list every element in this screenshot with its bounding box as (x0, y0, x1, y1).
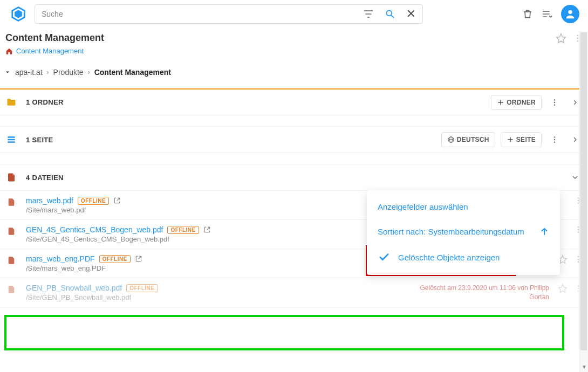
dropdown-item-label: Anzeigefelder auswählen (378, 202, 468, 211)
svg-rect-15 (8, 141, 15, 143)
queue-icon[interactable] (542, 9, 552, 19)
file-icon (5, 172, 17, 183)
svg-rect-13 (8, 136, 15, 138)
offline-badge: OFFLINE (167, 226, 199, 234)
search-icon[interactable] (385, 9, 395, 19)
offline-badge: OFFLINE (99, 255, 131, 263)
svg-point-20 (554, 139, 555, 140)
more-vert-icon[interactable] (547, 98, 562, 107)
title-row: Content Management (0, 28, 588, 46)
favorite-star-icon[interactable] (558, 284, 568, 293)
search-box (35, 4, 423, 24)
add-folder-label: ORDNER (507, 99, 536, 106)
svg-point-12 (554, 104, 555, 105)
home-icon (5, 47, 13, 55)
file-name[interactable]: mars_web_eng.PDF (26, 254, 95, 263)
breadcrumb-link[interactable]: Content Management (16, 47, 84, 55)
file-icon (5, 256, 17, 265)
breadcrumb-toggle-icon[interactable] (4, 69, 11, 75)
open-external-icon[interactable] (113, 197, 121, 204)
svg-point-23 (578, 200, 579, 201)
section-label: 1 ORDNER (26, 98, 482, 106)
svg-point-11 (554, 101, 555, 102)
chevron-right-icon: › (47, 68, 49, 76)
arrow-up-icon (539, 226, 549, 236)
language-label: DEUTSCH (457, 136, 489, 143)
svg-point-8 (577, 37, 579, 39)
svg-marker-1 (15, 10, 22, 18)
svg-point-7 (577, 35, 579, 36)
file-name[interactable]: mars_web.pdf (26, 196, 73, 205)
svg-point-26 (578, 229, 579, 230)
svg-point-28 (578, 256, 579, 257)
file-name[interactable]: GEN_PB_Snowball_web.pdf (26, 284, 122, 292)
svg-point-10 (554, 99, 555, 100)
svg-point-21 (554, 141, 555, 142)
offline-badge: OFFLINE (126, 284, 158, 292)
avatar[interactable] (561, 5, 579, 23)
check-icon (378, 251, 391, 263)
svg-point-32 (578, 288, 579, 289)
svg-point-19 (554, 136, 555, 137)
svg-point-2 (386, 10, 392, 16)
offline-badge: OFFLINE (78, 197, 109, 205)
add-page-label: SEITE (516, 136, 536, 143)
svg-point-25 (578, 226, 579, 228)
file-icon (5, 226, 17, 236)
trash-icon[interactable] (522, 9, 533, 19)
filter-icon[interactable] (363, 9, 374, 19)
scrollbar-down-arrow[interactable]: ▼ (582, 364, 587, 370)
svg-point-6 (568, 10, 572, 14)
chevron-right-icon: › (88, 68, 90, 76)
breadcrumb-item[interactable]: Produkte (53, 68, 84, 77)
dropdown-item-label: Sortiert nach: Systembearbeitungsdatum (378, 227, 524, 236)
folder-icon (5, 97, 17, 108)
add-page-button[interactable]: SEITE (501, 132, 542, 147)
svg-point-29 (578, 259, 579, 260)
annotation-green-box (4, 315, 564, 350)
open-external-icon[interactable] (203, 226, 211, 233)
close-icon[interactable] (406, 9, 416, 19)
open-external-icon[interactable] (135, 255, 142, 263)
section-label: 4 DATEIEN (26, 174, 559, 182)
section-label: 1 SEITE (26, 136, 433, 144)
breadcrumb-link-row: Content Management (0, 46, 588, 63)
app-logo[interactable] (9, 4, 28, 24)
svg-point-30 (578, 261, 579, 262)
file-row-deleted[interactable]: GEN_PB_Snowball_web.pdf OFFLINE /Site/GE… (0, 278, 588, 308)
favorite-star-icon[interactable] (556, 33, 566, 44)
file-icon (5, 197, 17, 207)
search-input[interactable] (42, 10, 359, 18)
dropdown-show-deleted[interactable]: Gelöschte Objekte anzeigen (367, 244, 560, 271)
svg-point-22 (578, 197, 579, 198)
scrollbar[interactable]: ▼ (579, 31, 588, 372)
file-name[interactable]: GEN_4S_Gentics_CMS_Bogen_web.pdf (26, 225, 163, 234)
deleted-info: Gelöscht am 23.9.2020 um 11:06 von Phili… (420, 284, 549, 302)
app-header (0, 0, 588, 28)
files-options-dropdown: Anzeigefelder auswählen Sortiert nach: S… (367, 190, 560, 275)
section-files: 4 DATEIEN (0, 164, 588, 191)
section-folders: 1 ORDNER ORDNER (0, 88, 588, 115)
svg-point-24 (578, 202, 579, 203)
file-path: /Site/GEN_PB_Snowball_web.pdf (26, 293, 411, 301)
dropdown-sort-by[interactable]: Sortiert nach: Systembearbeitungsdatum (367, 219, 560, 244)
svg-point-33 (578, 290, 579, 291)
scrollbar-thumb[interactable] (580, 32, 587, 350)
svg-point-9 (577, 40, 579, 42)
breadcrumb-current: Content Management (94, 68, 171, 77)
more-vert-icon[interactable] (547, 135, 562, 144)
svg-rect-14 (8, 139, 15, 141)
svg-point-31 (578, 285, 579, 286)
file-icon (5, 285, 17, 294)
dropdown-item-label: Gelöschte Objekte anzeigen (398, 253, 500, 262)
page-stack-icon (5, 134, 17, 145)
svg-point-27 (578, 231, 579, 232)
svg-line-3 (392, 16, 394, 18)
breadcrumb-nav: apa-it.at › Produkte › Content Managemen… (0, 63, 588, 88)
section-pages: 1 SEITE DEUTSCH SEITE (0, 126, 588, 153)
dropdown-select-fields[interactable]: Anzeigefelder auswählen (367, 195, 560, 219)
language-button[interactable]: DEUTSCH (441, 132, 495, 147)
breadcrumb-item[interactable]: apa-it.at (15, 68, 43, 77)
page-title: Content Management (5, 32, 556, 44)
add-folder-button[interactable]: ORDNER (491, 95, 542, 110)
